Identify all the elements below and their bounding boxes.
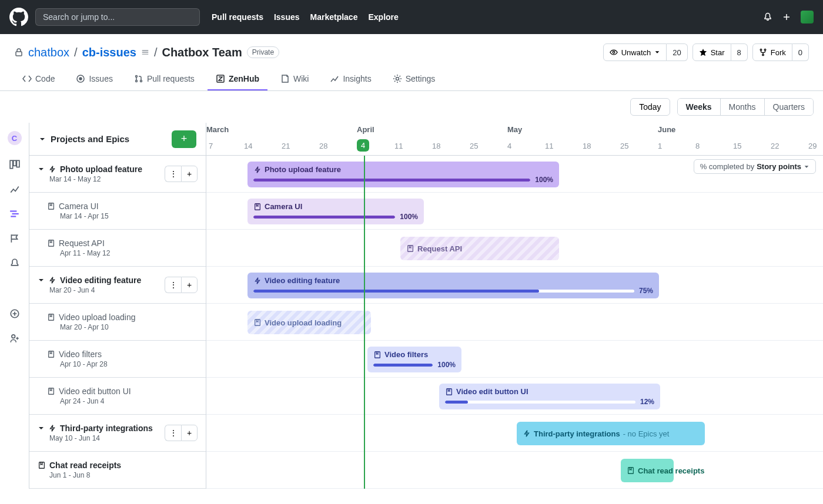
row-menu-button[interactable]: ⋮ bbox=[165, 425, 181, 441]
zoom-weeks[interactable]: Weeks bbox=[678, 99, 721, 115]
plus-icon[interactable] bbox=[782, 12, 791, 22]
sidebar-title: Projects and Epics bbox=[51, 134, 129, 144]
tab-zenhub[interactable]: ZenHub bbox=[208, 68, 267, 90]
bar-percent: 100% bbox=[437, 361, 456, 369]
row-menu-button[interactable]: ⋮ bbox=[165, 277, 181, 293]
svg-point-6 bbox=[79, 78, 82, 80]
gantt-bar[interactable]: Photo upload feature100% bbox=[247, 162, 559, 187]
svg-rect-13 bbox=[13, 160, 16, 166]
gantt-bar[interactable]: Chat read receipts bbox=[621, 459, 674, 482]
unwatch-label: Unwatch bbox=[621, 48, 651, 57]
tab-wiki[interactable]: Wiki bbox=[272, 68, 317, 90]
day-label: 25 bbox=[470, 142, 478, 150]
sidebar-row[interactable]: Video edit button UIApr 24 - Jun 4 bbox=[29, 378, 206, 415]
chevron-down-icon bbox=[654, 49, 660, 55]
tab-settings[interactable]: Settings bbox=[384, 68, 444, 90]
fork-button[interactable]: Fork bbox=[752, 43, 792, 61]
row-name: Third-party integrations bbox=[60, 424, 153, 433]
tab-pull-requests[interactable]: Pull requests bbox=[126, 68, 203, 90]
sidebar-row[interactable]: Third-party integrationsMay 10 - Jun 14⋮… bbox=[29, 415, 206, 452]
timeline-track: Chat read receipts bbox=[206, 452, 823, 489]
sidebar-row[interactable]: Camera UIMar 14 - Apr 15 bbox=[29, 193, 206, 230]
bell-icon[interactable] bbox=[763, 12, 772, 22]
bar-label: Video edit button UI bbox=[456, 387, 528, 396]
svg-rect-14 bbox=[16, 160, 19, 167]
sidebar-row[interactable]: Video upload loadingMar 20 - Apr 10 bbox=[29, 304, 206, 341]
tab-insights[interactable]: Insights bbox=[322, 68, 379, 90]
bar-label: Third-party integrations bbox=[534, 429, 620, 438]
star-count: 8 bbox=[731, 43, 748, 61]
gantt-bar[interactable]: Video upload loading bbox=[247, 311, 371, 334]
menu-icon[interactable] bbox=[141, 48, 149, 56]
row-add-button[interactable]: + bbox=[181, 425, 198, 441]
today-button[interactable]: Today bbox=[630, 98, 670, 116]
row-dates: Apr 10 - Apr 28 bbox=[60, 360, 198, 368]
zoom-segment: Weeks Months Quarters bbox=[677, 98, 814, 116]
add-project-button[interactable]: + bbox=[172, 130, 196, 148]
repo-name-link[interactable]: cb-issues bbox=[82, 46, 136, 59]
gantt-bar[interactable]: Request API bbox=[400, 237, 559, 260]
chevron-down-icon[interactable] bbox=[38, 277, 45, 284]
row-name: Request API bbox=[59, 238, 105, 248]
invite-icon[interactable] bbox=[9, 333, 20, 344]
gantt-bar[interactable]: Camera UI100% bbox=[247, 199, 424, 224]
repo-title: chatbox / cb-issues / Chatbox Team Priva… bbox=[14, 46, 279, 59]
gantt-bar[interactable]: Video editing feature75% bbox=[247, 273, 659, 298]
pr-icon bbox=[134, 74, 143, 83]
bar-percent: 75% bbox=[639, 287, 653, 295]
day-label: 8 bbox=[695, 142, 700, 150]
svg-rect-24 bbox=[49, 388, 54, 395]
github-logo-icon[interactable] bbox=[9, 8, 28, 26]
gantt-bar[interactable]: Video edit button UI12% bbox=[439, 384, 660, 409]
gantt-bar[interactable]: Third-party integrations - no Epics yet bbox=[517, 422, 705, 445]
gantt-bar[interactable]: Video filters100% bbox=[367, 347, 461, 372]
search-input[interactable]: Search or jump to... bbox=[35, 8, 200, 26]
timeline[interactable]: MarchAprilMayJune 7142128411182541118251… bbox=[206, 123, 823, 489]
sidebar-row[interactable]: Photo upload featureMar 14 - May 12⋮+ bbox=[29, 156, 206, 193]
reports-icon[interactable] bbox=[9, 184, 20, 194]
timeline-track: Video filters100% bbox=[206, 341, 823, 378]
row-menu-button[interactable]: ⋮ bbox=[165, 166, 181, 182]
tab-issues[interactable]: Issues bbox=[68, 68, 121, 90]
row-add-button[interactable]: + bbox=[181, 277, 198, 293]
svg-point-4 bbox=[762, 54, 764, 56]
month-label: June bbox=[658, 125, 675, 134]
milestone-icon[interactable] bbox=[9, 233, 20, 244]
day-label: 29 bbox=[808, 142, 817, 150]
fork-count: 0 bbox=[792, 43, 809, 61]
sidebar-row[interactable]: Chat read receiptsJun 1 - Jun 8 bbox=[29, 452, 206, 489]
issue-icon bbox=[76, 74, 85, 83]
slash: / bbox=[74, 46, 78, 59]
chevron-down-icon[interactable] bbox=[39, 136, 46, 143]
avatar[interactable] bbox=[801, 11, 814, 23]
chevron-down-icon[interactable] bbox=[38, 166, 45, 173]
nav-issues[interactable]: Issues bbox=[274, 12, 300, 22]
unwatch-button[interactable]: Unwatch bbox=[603, 43, 667, 61]
zoom-quarters[interactable]: Quarters bbox=[765, 99, 813, 115]
nav-explore[interactable]: Explore bbox=[368, 12, 398, 22]
roadmap-icon[interactable] bbox=[9, 209, 20, 219]
svg-point-2 bbox=[760, 49, 762, 51]
svg-rect-22 bbox=[49, 314, 54, 321]
org-badge[interactable]: C bbox=[8, 131, 22, 145]
tab-code[interactable]: Code bbox=[14, 68, 63, 90]
add-circle-icon[interactable] bbox=[9, 308, 20, 319]
row-dates: Mar 20 - Jun 4 bbox=[49, 286, 165, 294]
repo-owner-link[interactable]: chatbox bbox=[28, 46, 69, 59]
row-dates: Mar 14 - Apr 15 bbox=[60, 212, 198, 220]
sidebar-row[interactable]: Video filtersApr 10 - Apr 28 bbox=[29, 341, 206, 378]
svg-point-7 bbox=[135, 76, 137, 78]
zoom-months[interactable]: Months bbox=[721, 99, 765, 115]
notifications-icon[interactable] bbox=[9, 258, 20, 268]
row-add-button[interactable]: + bbox=[181, 166, 198, 182]
chevron-down-icon[interactable] bbox=[38, 425, 45, 432]
sidebar-row[interactable]: Video editing featureMar 20 - Jun 4⋮+ bbox=[29, 267, 206, 304]
nav-marketplace[interactable]: Marketplace bbox=[310, 12, 358, 22]
board-icon[interactable] bbox=[9, 159, 20, 170]
day-label: 21 bbox=[282, 142, 290, 150]
sidebar-row[interactable]: Request APIApr 11 - May 12 bbox=[29, 230, 206, 267]
star-button[interactable]: Star bbox=[692, 43, 731, 61]
nav-pull-requests[interactable]: Pull requests bbox=[212, 12, 263, 22]
day-label: 28 bbox=[319, 142, 327, 150]
completed-by-dropdown[interactable]: % completed by Story points bbox=[694, 159, 816, 174]
